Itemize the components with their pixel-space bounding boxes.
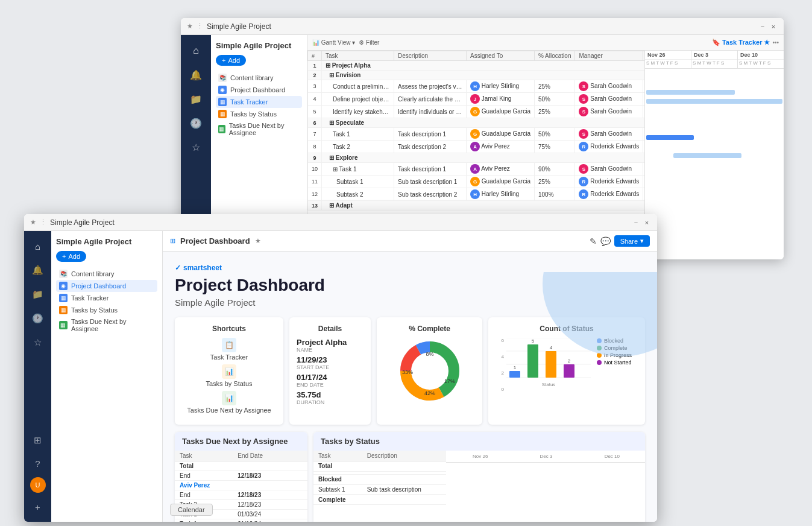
back-more-icon[interactable]: ⋮ — [197, 22, 203, 30]
gantt-days-2: S M T W T F S — [691, 60, 737, 66]
front-minimize-btn[interactable]: − — [632, 218, 640, 227]
front-nav-library[interactable]: 📚 Content library — [56, 268, 157, 280]
front-close-btn[interactable]: × — [643, 218, 651, 227]
tasks-status-complete-desc — [362, 495, 446, 505]
section-label: ⊞ Adapt — [322, 201, 645, 211]
front-nav-tracker[interactable]: ▦ Task Tracker — [56, 292, 157, 304]
front-nav-dashboard[interactable]: ◉ Project Dashboard — [56, 280, 157, 292]
tasks-due-total-date — [233, 461, 307, 471]
alloc-cell: 25% — [534, 106, 574, 118]
task-date-1: 12/18/23 — [233, 500, 307, 510]
back-favorite-icon[interactable]: ★ — [187, 22, 193, 30]
tasks-status-blocked-label: Blocked — [313, 474, 362, 484]
svg-text:5: 5 — [532, 338, 535, 344]
front-share-dropdown-icon: ▾ — [640, 237, 644, 245]
tasks-status-widget: Tasks by Status Task Description — [313, 432, 645, 522]
back-nav-library[interactable]: 📚 Content library — [216, 72, 302, 84]
front-sidebar-help[interactable]: ? — [29, 454, 47, 472]
mini-gantt-row-5 — [446, 496, 645, 505]
back-filter-btn[interactable]: ⚙ Filter — [359, 39, 379, 46]
front-favorite-sheet[interactable]: ★ — [255, 237, 261, 245]
back-nav-assignee[interactable]: ▦ Tasks Due Next by Assignee — [216, 120, 302, 138]
back-nav-status[interactable]: ▦ Tasks by Status — [216, 108, 302, 120]
back-sidebar-bell[interactable]: 🔔 — [186, 65, 206, 84]
back-nav-dashboard-label: Project Dashboard — [230, 86, 285, 93]
bar-complete — [527, 344, 538, 378]
front-add-btn[interactable]: + Add — [56, 251, 86, 262]
shortcut-status[interactable]: 📊 Tasks by Status — [182, 364, 276, 387]
col-header-manager: Manager — [575, 51, 643, 61]
front-sidebar-bell[interactable]: 🔔 — [29, 261, 47, 279]
front-sidebar-clock[interactable]: 🕐 — [29, 309, 47, 328]
back-nav-tracker[interactable]: ▦ Task Tracker — [216, 96, 302, 108]
front-sidebar-home[interactable]: ⌂ — [29, 237, 47, 255]
tasks-status-content: Task Description Total — [313, 451, 645, 505]
front-comment-btn[interactable]: 💬 — [600, 236, 611, 246]
front-nav-status[interactable]: ▦ Tasks by Status — [56, 304, 157, 316]
col-header-assigned: Assigned To — [467, 51, 535, 61]
front-sidebar-star[interactable]: ☆ — [29, 334, 47, 352]
shortcut-assignee[interactable]: 📊 Tasks Due Next by Assignee — [182, 391, 276, 414]
shortcut-tracker[interactable]: 📋 Task Tracker — [182, 338, 276, 361]
gantt-month-2: Dec 3 S M T W T F S — [691, 51, 738, 68]
back-sidebar-home[interactable]: ⌂ — [186, 41, 206, 60]
front-more-icon[interactable]: ⋮ — [40, 218, 46, 226]
desc-cell: Identify individuals or groups who have … — [394, 106, 467, 118]
front-nav-assignee[interactable]: ▦ Tasks Due Next by Assignee — [56, 316, 157, 334]
logo-check: ✓ — [175, 264, 181, 272]
front-sidebar-folder[interactable]: 📁 — [29, 285, 47, 303]
avatar: R — [579, 177, 588, 186]
back-sidebar-folder[interactable]: 📁 — [186, 89, 206, 109]
back-add-label: Add — [228, 57, 240, 64]
y-label-6: 6 — [496, 338, 504, 343]
front-left-panel: Simple Agile Project + Add 📚 Content lib… — [51, 231, 163, 522]
row-num: 4 — [308, 93, 322, 106]
front-sidebar-plus[interactable]: + — [29, 498, 47, 516]
back-sidebar-clock[interactable]: 🕐 — [186, 113, 206, 133]
front-nav-library-icon: 📚 — [59, 270, 68, 278]
detail-name-label: Name — [297, 347, 364, 353]
gantt-area: Nov 26 S M T W T F S Dec 3 S M T W T F S… — [645, 51, 784, 222]
gantt-row-12 — [646, 170, 782, 178]
gantt-row-7 — [646, 124, 782, 133]
table-row: 10 ⊞ Task 1 Task description 1 A Aviv Pe… — [308, 163, 646, 176]
col-header-alloc: % Allocation — [534, 51, 574, 61]
section-label: ⊞ Explore — [322, 153, 645, 163]
dashboard-header-text: ✓ smartsheet Project Dashboard Simple Ag… — [175, 264, 325, 317]
desc-cell: Sub task description 2 — [394, 188, 467, 201]
donut-chart: 8% 33% 42% 17% — [397, 338, 463, 404]
shortcut-status-icon: 📊 — [222, 364, 236, 379]
desc-cell: Clearly articulate the desired outcomes.… — [394, 93, 467, 106]
shortcut-tracker-icon: 📋 — [222, 338, 236, 352]
front-share-btn[interactable]: Share ▾ — [614, 235, 650, 247]
mini-gantt-row-3 — [446, 480, 645, 488]
gantt-bar-4 — [646, 99, 782, 104]
alloc-cell: 90% — [534, 163, 574, 176]
back-more-options[interactable]: ••• — [772, 39, 779, 46]
front-favorite-icon[interactable]: ★ — [30, 218, 36, 226]
back-add-btn[interactable]: + Add — [216, 55, 246, 66]
back-nav-dashboard[interactable]: ◉ Project Dashboard — [216, 84, 302, 96]
gantt-days-3: S M T W T F S — [738, 60, 784, 66]
front-edit-btn[interactable]: ✎ — [590, 236, 597, 246]
tasks-due-total-label: Total — [175, 461, 233, 471]
back-sidebar-star[interactable]: ☆ — [186, 138, 206, 157]
front-user-avatar[interactable]: U — [30, 477, 46, 493]
back-close-btn[interactable]: × — [769, 22, 778, 31]
avatar: S — [579, 129, 588, 139]
back-minimize-btn[interactable]: − — [758, 22, 767, 31]
front-sidebar-grid[interactable]: ⊞ — [29, 431, 47, 449]
assigned-cell: G Guadalupe Garcia — [467, 106, 535, 118]
back-nav-library-icon: 📚 — [218, 74, 227, 82]
detail-project-name: Project Alpha Name — [297, 338, 364, 353]
back-gantt-btn[interactable]: 📊 Gantt View ▾ — [312, 39, 355, 46]
task-cell: Define project objectives and deliverabl… — [322, 93, 394, 106]
tasks-due-end-label: End — [175, 471, 233, 481]
front-window-title: Simple Agile Project — [50, 218, 115, 227]
assigned-cell: H Harley Stirling — [467, 188, 535, 201]
task-cell: Identify key stakeholders and their role… — [322, 106, 394, 118]
section-label: ⊞ Speculate — [322, 118, 645, 128]
calendar-btn[interactable]: Calendar — [170, 504, 213, 516]
task-date-2: 01/03/24 — [233, 510, 307, 519]
alloc-cell: 25% — [534, 176, 574, 188]
